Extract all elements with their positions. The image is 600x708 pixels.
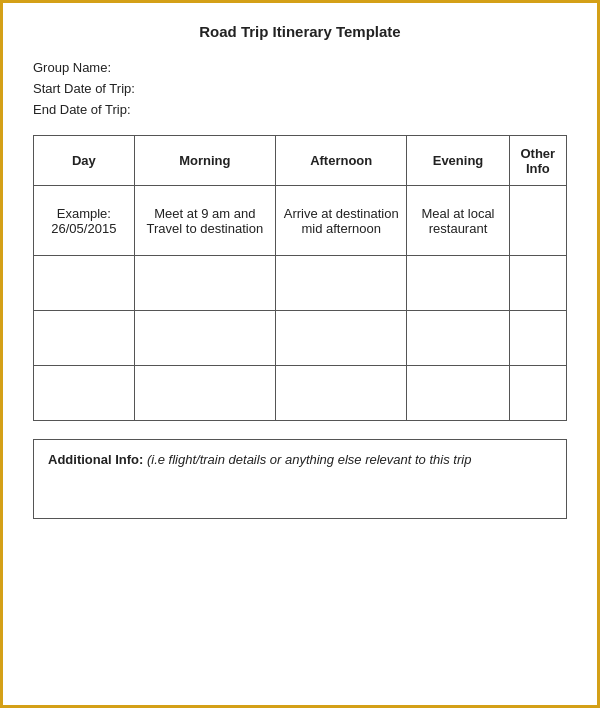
additional-info-label: Additional Info: (48, 452, 143, 467)
cell-example-other-info (509, 186, 566, 256)
group-name-field: Group Name: (33, 60, 567, 75)
additional-info-text: (i.e flight/train details or anything el… (143, 452, 471, 467)
group-name-label: Group Name: (33, 60, 111, 75)
cell-1-day (34, 256, 135, 311)
cell-2-evening (407, 311, 509, 366)
cell-example-evening: Meal at local restaurant (407, 186, 509, 256)
cell-3-evening (407, 366, 509, 421)
cell-example-day: Example: 26/05/2015 (34, 186, 135, 256)
itinerary-table: Day Morning Afternoon Evening Other Info… (33, 135, 567, 421)
cell-3-day (34, 366, 135, 421)
cell-1-afternoon (275, 256, 406, 311)
table-row-example: Example: 26/05/2015 Meet at 9 am and Tra… (34, 186, 567, 256)
cell-1-morning (134, 256, 275, 311)
col-header-day: Day (34, 136, 135, 186)
page-wrapper: Road Trip Itinerary Template Group Name:… (0, 0, 600, 708)
table-header-row: Day Morning Afternoon Evening Other Info (34, 136, 567, 186)
col-header-evening: Evening (407, 136, 509, 186)
end-date-field: End Date of Trip: (33, 102, 567, 117)
start-date-field: Start Date of Trip: (33, 81, 567, 96)
table-row-1 (34, 256, 567, 311)
cell-3-other-info (509, 366, 566, 421)
col-header-afternoon: Afternoon (275, 136, 406, 186)
col-header-morning: Morning (134, 136, 275, 186)
cell-example-morning: Meet at 9 am and Travel to destination (134, 186, 275, 256)
cell-2-other-info (509, 311, 566, 366)
table-row-2 (34, 311, 567, 366)
cell-1-other-info (509, 256, 566, 311)
col-header-other-info: Other Info (509, 136, 566, 186)
additional-info-box: Additional Info: (i.e flight/train detai… (33, 439, 567, 519)
cell-1-evening (407, 256, 509, 311)
cell-3-afternoon (275, 366, 406, 421)
cell-3-morning (134, 366, 275, 421)
cell-example-afternoon: Arrive at destination mid afternoon (275, 186, 406, 256)
table-row-3 (34, 366, 567, 421)
page-title: Road Trip Itinerary Template (33, 23, 567, 40)
cell-2-day (34, 311, 135, 366)
end-date-label: End Date of Trip: (33, 102, 131, 117)
start-date-label: Start Date of Trip: (33, 81, 135, 96)
info-block: Group Name: Start Date of Trip: End Date… (33, 60, 567, 117)
cell-2-morning (134, 311, 275, 366)
cell-2-afternoon (275, 311, 406, 366)
